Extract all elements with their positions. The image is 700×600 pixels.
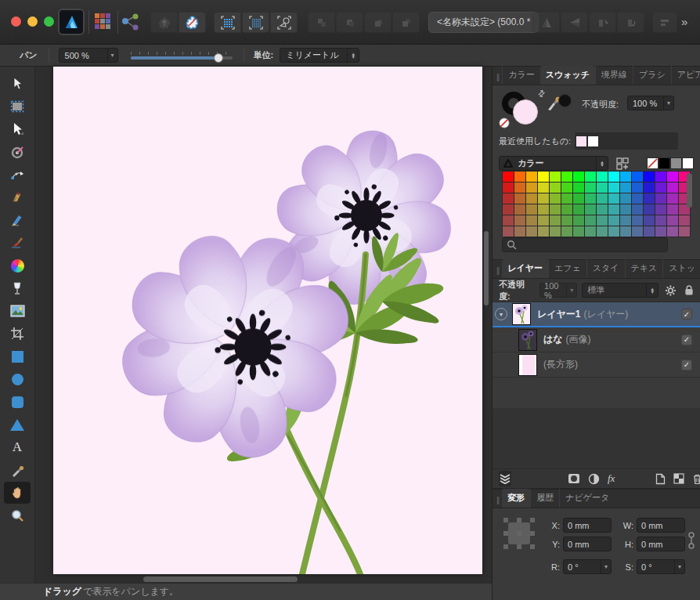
flip-vertical-button[interactable] xyxy=(532,12,560,33)
palette-swatch[interactable] xyxy=(632,193,643,204)
palette-swatch[interactable] xyxy=(573,204,584,215)
new-layer-button[interactable] xyxy=(655,471,666,486)
affinity-designer-logo[interactable] xyxy=(58,9,85,35)
tab-transform[interactable]: 変形 xyxy=(502,489,530,508)
toolbar-overflow-chevron[interactable]: » xyxy=(681,15,687,28)
new-pixel-layer-button[interactable] xyxy=(673,471,684,486)
tab-stroke[interactable]: 境界線 xyxy=(595,66,633,85)
unit-dropdown[interactable]: ミリメートル ▲▼ xyxy=(280,48,359,63)
add-swatch-icon[interactable] xyxy=(616,157,630,170)
palette-swatch[interactable] xyxy=(526,193,537,204)
palette-swatch[interactable] xyxy=(655,172,666,182)
palette-swatch[interactable] xyxy=(503,183,514,193)
palette-swatch[interactable] xyxy=(503,172,514,182)
palette-swatch[interactable] xyxy=(538,183,549,193)
rotate-ccw-button[interactable] xyxy=(589,12,616,33)
palette-swatch[interactable] xyxy=(632,172,643,182)
swatch-search-field[interactable] xyxy=(502,237,668,252)
palette-swatch[interactable] xyxy=(585,226,596,237)
document-viewport[interactable] xyxy=(35,67,492,583)
layer-row-rectangle[interactable]: (長方形) ✓ xyxy=(493,352,700,378)
select-partial-pixels-button[interactable] xyxy=(242,12,269,33)
link-dimensions-icon[interactable] xyxy=(688,532,695,549)
canvas[interactable] xyxy=(53,67,482,574)
palette-swatch[interactable] xyxy=(667,183,678,193)
fill-color-well[interactable] xyxy=(513,99,538,125)
palette-swatch[interactable] xyxy=(526,183,537,193)
black-swatch[interactable] xyxy=(659,157,670,169)
tab-layers[interactable]: レイヤー xyxy=(502,259,548,278)
palette-swatch[interactable] xyxy=(620,193,631,204)
gray-swatch[interactable] xyxy=(670,157,682,169)
alignment-button[interactable] xyxy=(652,12,677,33)
palette-swatch[interactable] xyxy=(608,204,619,215)
color-picker-tool[interactable] xyxy=(4,459,31,481)
panel-grip[interactable]: || xyxy=(493,266,502,278)
palette-swatch[interactable] xyxy=(561,204,572,215)
palette-swatch[interactable] xyxy=(667,172,678,182)
document-title-button[interactable]: <名称未設定> (500.0 * xyxy=(428,12,539,33)
palette-swatch[interactable] xyxy=(526,215,537,226)
tab-navigator[interactable]: ナビゲータ xyxy=(559,489,615,508)
palette-swatch[interactable] xyxy=(597,183,608,193)
palette-swatch[interactable] xyxy=(632,215,643,226)
palette-swatch[interactable] xyxy=(644,172,655,182)
rotate-cw-button[interactable] xyxy=(617,12,644,33)
palette-swatch[interactable] xyxy=(597,204,608,215)
layer-effects-button[interactable]: fx xyxy=(608,471,615,486)
palette-swatch[interactable] xyxy=(538,226,549,237)
palette-swatch[interactable] xyxy=(550,226,561,237)
select-object-button[interactable] xyxy=(270,12,298,33)
zoom-window-button[interactable] xyxy=(44,16,54,27)
tab-stock[interactable]: ストッ xyxy=(662,259,700,278)
palette-swatch[interactable] xyxy=(644,215,655,226)
palette-swatch[interactable] xyxy=(573,215,584,226)
palette-swatch[interactable] xyxy=(608,183,619,193)
minimize-window-button[interactable] xyxy=(27,16,38,27)
palette-swatch[interactable] xyxy=(667,226,678,237)
tab-appearance[interactable]: アピア xyxy=(671,66,700,85)
palette-swatch[interactable] xyxy=(585,204,596,215)
y-field[interactable]: 0 mm xyxy=(563,537,612,551)
panel-grip[interactable]: || xyxy=(493,73,502,85)
palette-swatch[interactable] xyxy=(620,183,631,193)
palette-swatch[interactable] xyxy=(667,215,678,226)
move-backward-button[interactable] xyxy=(364,12,391,33)
stack-mode-button[interactable] xyxy=(499,471,511,486)
zoom-slider-thumb[interactable] xyxy=(214,53,223,63)
palette-swatch[interactable] xyxy=(538,215,549,226)
palette-swatch[interactable] xyxy=(585,215,596,226)
layer-visibility-checkbox[interactable]: ✓ xyxy=(681,309,692,320)
swatch-opacity-dropdown[interactable]: 100 % ▾ xyxy=(627,96,674,110)
palette-swatch[interactable] xyxy=(538,204,549,215)
palette-swatch[interactable] xyxy=(632,226,643,237)
delete-layer-button[interactable] xyxy=(692,471,700,486)
palette-swatch[interactable] xyxy=(597,172,608,182)
rounded-rectangle-tool[interactable] xyxy=(4,391,31,413)
insert-inside-button[interactable] xyxy=(150,12,178,33)
horizontal-scrollbar[interactable] xyxy=(143,577,298,582)
palette-swatch[interactable] xyxy=(503,193,514,204)
palette-swatch[interactable] xyxy=(573,183,584,193)
palette-swatch[interactable] xyxy=(550,183,561,193)
pencil-tool[interactable] xyxy=(4,209,31,231)
none-swatch[interactable] xyxy=(647,157,659,169)
palette-swatch[interactable] xyxy=(573,193,584,204)
brush-tool[interactable] xyxy=(4,232,31,254)
palette-swatch[interactable] xyxy=(503,215,514,226)
palette-swatch[interactable] xyxy=(644,193,655,204)
palette-swatch[interactable] xyxy=(608,172,619,182)
layer-opacity-dropdown[interactable]: 100 % ▾ xyxy=(539,283,577,298)
palette-swatch[interactable] xyxy=(550,204,561,215)
zoom-tool[interactable] xyxy=(4,504,31,526)
palette-swatch[interactable] xyxy=(620,226,631,237)
recent-swatch-white[interactable] xyxy=(587,136,599,147)
palette-swatch[interactable] xyxy=(620,172,631,182)
palette-swatch[interactable] xyxy=(585,183,596,193)
palette-swatch[interactable] xyxy=(514,215,525,226)
palette-swatch[interactable] xyxy=(538,193,549,204)
palette-swatch[interactable] xyxy=(514,193,525,204)
tab-swatches[interactable]: スウォッチ xyxy=(540,66,595,85)
move-to-front-button[interactable] xyxy=(308,12,335,33)
pen-tool[interactable] xyxy=(4,186,31,208)
